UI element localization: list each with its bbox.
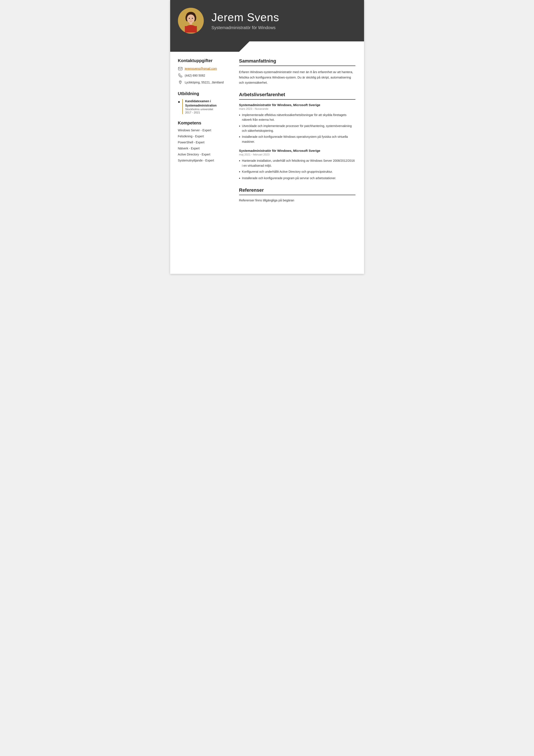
job-bullet-1-1: Konfigurerat och underhållit Active Dire… [239, 169, 355, 175]
job-bullet-0-1: Utvecklade och implementerade processer … [239, 123, 355, 133]
education-years: 2017 - 2021 [185, 111, 226, 114]
header-chevron [170, 41, 364, 52]
svg-point-12 [180, 81, 181, 82]
contact-address-item: Lyckköping, 55221, Jämtland [178, 80, 227, 85]
education-content: Kandidatexamen i Systemadministration St… [182, 99, 226, 114]
body: Kontaktuppgifter jeremsvens@gmail.com (4… [170, 52, 364, 211]
header-text: Jerem Svens Systemadministratör för Wind… [212, 11, 354, 30]
skill-item-5: Systemutnyttjande - Expert [178, 159, 227, 162]
email-icon [178, 66, 183, 71]
job-bullet-1-2: Installerade och konfigurerade program p… [239, 176, 355, 181]
contact-email-value[interactable]: jeremsvens@gmail.com [185, 67, 217, 70]
avatar-image [179, 9, 203, 33]
job-period-0: mars 2023 - Nuvarande [239, 107, 355, 110]
resume-container: Jerem Svens Systemadministratör för Wind… [170, 0, 364, 274]
left-column: Kontaktuppgifter jeremsvens@gmail.com (4… [170, 52, 233, 211]
svg-rect-11 [178, 67, 182, 70]
education-section-title: Utbildning [178, 91, 227, 96]
svg-point-4 [187, 14, 195, 23]
references-text: Referenser finns tillgängliga på begäran [239, 199, 355, 202]
header-name: Jerem Svens [212, 11, 354, 23]
skill-item-2: PowerShell - Expert [178, 141, 227, 144]
header: Jerem Svens Systemadministratör för Wind… [170, 0, 364, 41]
job-period-1: maj 2021 - februari 2023 [239, 153, 355, 156]
job-bullet-0-0: Implementerade effektiva nätverkssäkerhe… [239, 113, 355, 122]
job-bullets-1: Hanterade installation, underhåll och fe… [239, 158, 355, 181]
contact-email-item: jeremsvens@gmail.com [178, 66, 227, 71]
job-bullets-0: Implementerade effektiva nätverkssäkerhe… [239, 113, 355, 144]
right-column: Sammanfattning Erfaren Windows-systemadm… [233, 52, 364, 211]
skill-item-4: Active Directory - Expert [178, 153, 227, 156]
svg-rect-10 [185, 26, 197, 33]
references-section-title: Referenser [239, 187, 355, 195]
job-bullet-1-0: Hanterade installation, underhåll och fe… [239, 158, 355, 168]
experience-section-title: Arbetslivserfarenhet [239, 92, 355, 100]
contact-section-title: Kontaktuppgifter [178, 58, 227, 63]
education-bullet: ● [178, 99, 180, 114]
job-title-0: Systemadministratör för Windows, Microso… [239, 103, 355, 107]
contact-phone-item: (442) 690 5082 [178, 73, 227, 78]
contact-address-value: Lyckköping, 55221, Jämtland [185, 81, 224, 84]
education-school: Stockholms universitet [185, 108, 226, 111]
svg-point-5 [189, 18, 190, 19]
svg-point-6 [192, 18, 193, 19]
svg-point-7 [191, 19, 191, 20]
location-icon [178, 80, 183, 85]
education-item: ● Kandidatexamen i Systemadministration … [178, 99, 227, 114]
phone-icon [178, 73, 183, 78]
summary-section-title: Sammanfattning [239, 58, 355, 66]
header-title: Systemadministratör för Windows [212, 25, 354, 30]
skill-item-3: Nätverk - Expert [178, 147, 227, 150]
job-title-1: Systemadministratör för Windows, Microso… [239, 149, 355, 152]
education-degree: Kandidatexamen i Systemadministration [185, 99, 226, 108]
skill-item-1: Felsökning - Expert [178, 135, 227, 138]
skill-item-0: Windows Server - Expert [178, 128, 227, 132]
skills-section-title: Kompetens [178, 121, 227, 125]
avatar [178, 8, 204, 34]
svg-rect-8 [190, 22, 192, 25]
summary-text: Erfaren Windows-systemadministratör med … [239, 69, 355, 85]
job-bullet-0-2: Installerade och konfigurerade Windows o… [239, 134, 355, 144]
avatar-wrapper [178, 8, 204, 34]
contact-phone-value: (442) 690 5082 [185, 74, 205, 77]
